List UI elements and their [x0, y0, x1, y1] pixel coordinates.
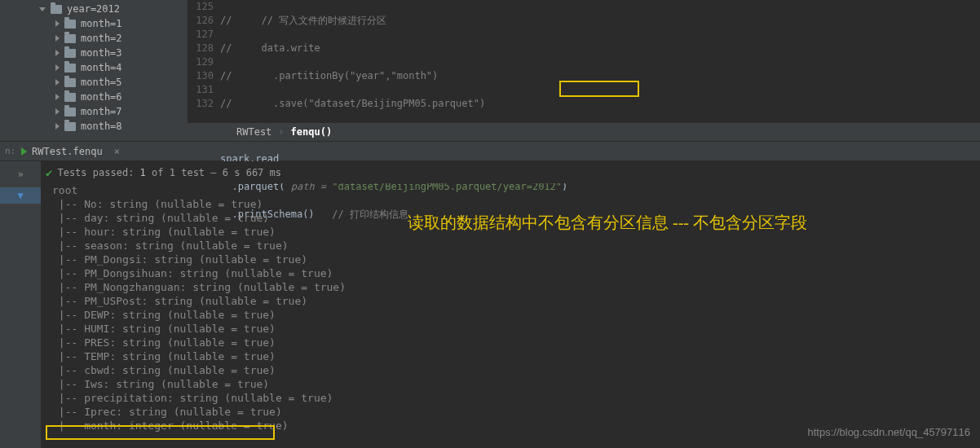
- schema-line: |-- precipitation: string (nullable = tr…: [52, 391, 980, 405]
- code-editor[interactable]: 125126127128129130131132 // // 写入文件的时候进行…: [188, 0, 980, 141]
- schema-line: |-- DEWP: string (nullable = true): [52, 308, 980, 322]
- tests-passed-label: Tests passed:: [57, 167, 134, 178]
- tree-label: month=7: [81, 106, 122, 117]
- schema-line: |-- cbwd: string (nullable = true): [52, 363, 980, 377]
- chevron-right-icon: [55, 94, 60, 100]
- schema-line: |-- HUMI: string (nullable = true): [52, 322, 980, 336]
- tree-label: month=1: [81, 18, 122, 29]
- tests-total: of 1 test – 6 s 667 ms: [152, 167, 281, 178]
- line-gutter: 125126127128129130131132: [188, 0, 220, 141]
- run-tab-label: RWTest.fenqu: [32, 146, 103, 157]
- chevron-right-icon: [55, 64, 60, 71]
- code-comment: // // 写入文件的时候进行分区: [220, 15, 386, 26]
- tree-folder-year[interactable]: year=2012: [7, 2, 188, 16]
- schema-line: |-- Iprec: string (nullable = true): [52, 405, 980, 419]
- check-icon: ✔: [46, 166, 52, 179]
- tree-folder-month[interactable]: month=5: [7, 75, 188, 90]
- code-comment: // .save("dataset/BeijingPM05.parquet"): [220, 98, 485, 109]
- folder-icon: [64, 93, 76, 102]
- code-content[interactable]: // // 写入文件的时候进行分区 // data.write // .part…: [220, 0, 980, 141]
- schema-line: |-- Iws: string (nullable = true): [52, 377, 980, 391]
- code-comment: // .partitionBy("year","month"): [220, 70, 438, 81]
- folder-icon: [64, 49, 76, 58]
- run-toolbar: » ▼: [0, 161, 41, 448]
- chevron-right-icon: [55, 79, 60, 86]
- folder-icon: [64, 78, 76, 87]
- project-tree[interactable]: year=2012 month=1month=2month=3month=4mo…: [0, 0, 188, 141]
- play-icon: [21, 147, 27, 156]
- folder-icon: [64, 108, 76, 116]
- schema-line: |-- PM_Dongsihuan: string (nullable = tr…: [52, 266, 980, 280]
- tree-folder-month[interactable]: month=4: [7, 60, 188, 75]
- breadcrumb[interactable]: RWTest › fenqu(): [188, 123, 980, 141]
- toggle-button[interactable]: ▼: [0, 187, 41, 204]
- breadcrumb-class[interactable]: RWTest: [236, 126, 271, 138]
- code-comment: // data.write: [220, 42, 320, 54]
- schema-line: |-- PM_USPost: string (nullable = true): [52, 294, 980, 308]
- tree-label: month=8: [81, 121, 122, 132]
- chevron-right-icon: ›: [278, 126, 284, 138]
- tree-folder-month[interactable]: month=1: [7, 16, 188, 31]
- schema-line: |-- TEMP: string (nullable = true): [52, 349, 980, 363]
- schema-line: root: [52, 183, 980, 197]
- tree-label: month=4: [81, 62, 122, 73]
- tests-passed-count: 1: [140, 167, 146, 178]
- tree-label: month=5: [81, 77, 122, 88]
- schema-line: |-- No: string (nullable = true): [52, 197, 980, 211]
- test-status-bar: ✔ Tests passed: 1 of 1 test – 6 s 667 ms: [41, 161, 980, 183]
- tree-folder-month[interactable]: month=2: [7, 31, 188, 46]
- annotation-highlight-box: [559, 81, 639, 97]
- chevron-right-icon: [55, 50, 60, 56]
- watermark: https://blog.csdn.net/qq_45797116: [808, 426, 971, 438]
- chevron-right-icon: [55, 35, 60, 42]
- schema-line: |-- PM_Dongsi: string (nullable = true): [52, 253, 980, 266]
- tree-label: month=2: [81, 33, 122, 44]
- rerun-button[interactable]: »: [12, 166, 29, 182]
- chevron-right-icon: [55, 123, 60, 130]
- schema-line: |-- PM_Nongzhanguan: string (nullable = …: [52, 280, 980, 294]
- folder-icon: [64, 64, 76, 72]
- breadcrumb-method[interactable]: fenqu(): [291, 126, 333, 138]
- annotation-text: 读取的数据结构中不包含有分区信息 --- 不包含分区字段: [408, 212, 807, 234]
- folder-icon: [64, 20, 76, 29]
- schema-line: |-- PRES: string (nullable = true): [52, 336, 980, 349]
- annotation-highlight-box: [46, 425, 275, 440]
- chevron-right-icon: [55, 108, 60, 115]
- tree-label: year=2012: [67, 3, 120, 15]
- tree-folder-month[interactable]: month=7: [7, 104, 188, 119]
- tree-folder-month[interactable]: month=3: [7, 46, 188, 60]
- run-tab[interactable]: RWTest.fenqu ×: [21, 146, 120, 157]
- folder-icon: [64, 122, 76, 131]
- tree-folder-month[interactable]: month=8: [7, 119, 188, 134]
- tree-label: month=3: [81, 47, 122, 59]
- tree-label: month=6: [81, 91, 122, 103]
- folder-icon: [51, 5, 62, 14]
- chevron-right-icon: [55, 20, 60, 27]
- chevron-down-icon: [39, 7, 46, 11]
- panel-label: n:: [5, 146, 21, 156]
- schema-line: |-- season: string (nullable = true): [52, 239, 980, 253]
- close-icon[interactable]: ×: [114, 146, 120, 157]
- folder-icon: [64, 34, 76, 43]
- tree-folder-month[interactable]: month=6: [7, 90, 188, 104]
